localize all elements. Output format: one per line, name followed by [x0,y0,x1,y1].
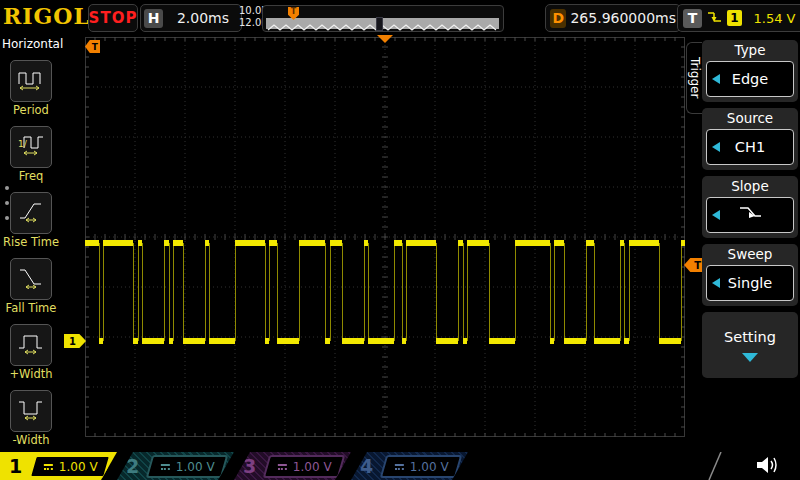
channel-tab-1[interactable]: 1 1.00 V [0,452,117,480]
measure-item-neg-width[interactable]: -Width [0,390,62,447]
measure-item-freq[interactable]: 1/ Freq [0,126,62,183]
falling-edge-icon [707,9,722,28]
bottom-bar-divider [706,452,724,480]
rise-time-icon [18,199,44,227]
horizontal-scale-value: 2.00ms [168,10,238,26]
scroll-dot [5,201,9,205]
graticule [85,37,686,438]
menu-softkey-slope[interactable] [706,197,794,233]
measure-item-fall-time[interactable]: Fall Time [0,258,62,315]
trigger-badge: T [683,9,702,28]
right-menu-tab: Trigger [686,42,702,114]
channel-scale-box: 1.00 V [380,455,463,478]
chevron-down-icon [742,353,758,362]
horizontal-scale-box[interactable]: H 2.00ms [140,4,242,32]
menu-softkey-sweep[interactable]: Single [706,265,794,301]
dc-coupling-icon [160,462,171,470]
delay-value: 265.960000ms [570,10,676,26]
fall-time-icon [18,265,44,293]
menu-section-source: Source CH1 [702,108,798,170]
menu-label-type: Type [702,40,798,61]
dc-coupling-icon [394,462,405,470]
horizontal-badge: H [144,9,163,28]
run-state-indicator[interactable]: STOP [88,4,138,32]
left-menu: Period 1/ Freq Rise Time Fall Time +Widt… [0,60,62,447]
run-state-label: STOP [89,9,138,27]
memory-position-bar: T [262,5,504,32]
pos-width-icon [18,331,44,359]
menu-label-source: Source [702,108,798,129]
menu-section-slope: Slope [702,176,798,238]
falling-edge-icon [737,204,763,226]
chevron-left-icon [712,142,720,152]
measure-item-period[interactable]: Period [0,60,62,117]
trigger-position-triangle-icon [377,35,393,43]
measure-item-pos-width[interactable]: +Width [0,324,62,381]
channel-tab-2[interactable]: 2 1.00 V [117,452,234,480]
menu-scroll-dots [5,186,11,220]
channel-scale-box: 1.00 V [146,455,229,478]
svg-text:1/: 1/ [18,139,28,149]
oscilloscope-screen: RIGOL STOP H 2.00ms 10.0MSa/s 12.0M pts … [0,0,800,480]
delay-badge: D [550,9,566,28]
period-icon [18,67,44,95]
delay-box[interactable]: D 265.960000ms [545,4,681,32]
menu-label-slope: Slope [702,176,798,197]
chevron-left-icon [712,278,720,288]
menu-softkey-type[interactable]: Edge [706,61,794,97]
trigger-status-box[interactable]: T 1 1.54 V [677,4,800,32]
channel-scale-box: 1.00 V [29,455,112,478]
channel-tab-4[interactable]: 4 1.00 V [351,452,468,480]
menu-label-sweep: Sweep [702,244,798,265]
brand-logo: RIGOL [3,2,87,30]
left-menu-title: Horizontal [2,37,62,51]
freq-icon: 1/ [18,133,44,161]
trigger-source-badge: 1 [727,10,742,26]
channel-tab-3[interactable]: 3 1.00 V [234,452,351,480]
menu-section-sweep: Sweep Single [702,244,798,306]
right-menu-title: Trigger [688,57,702,98]
channel-scale-box: 1.00 V [263,455,346,478]
dc-coupling-icon [43,462,54,470]
display-window-notch-icon [376,17,383,31]
menu-softkey-setting[interactable]: Setting [702,312,798,378]
chevron-left-icon [712,210,720,220]
scroll-dot [5,216,9,220]
dc-coupling-icon [277,462,288,470]
menu-section-type: Type Edge [702,40,798,102]
trigger-level-value: 1.54 V [747,11,800,26]
menu-softkey-source[interactable]: CH1 [706,129,794,165]
channel1-ground-marker-icon: 1 [64,334,86,348]
neg-width-icon [18,397,44,425]
channel-bar: 1 1.00 V 2 1.00 V 3 1.00 V 4 1.00 V [0,452,800,480]
chevron-left-icon [712,74,720,84]
speaker-icon [752,454,780,480]
scroll-dot [5,186,9,190]
